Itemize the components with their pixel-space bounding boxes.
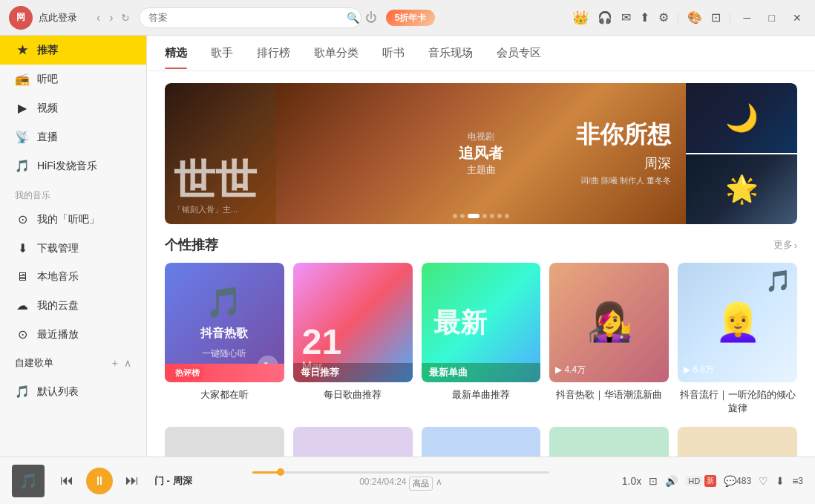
nav-forward-button[interactable]: › [105, 8, 117, 27]
sidebar-item-download[interactable]: ⬇ 下载管理 [0, 234, 146, 263]
main-wrap: ★ 推荐 📻 听吧 ▶ 视频 📡 直播 🎵 HiFi发烧音乐 我的音乐 ⊙ 我的… [0, 36, 815, 456]
bottom-card-3[interactable] [422, 427, 541, 456]
sidebar-item-local[interactable]: 🖥 本地音乐 [0, 263, 146, 291]
mail-icon[interactable]: ✉ [621, 10, 631, 24]
skin-icon[interactable]: 🎨 [687, 10, 702, 24]
player-song-title: 门 - 周深 [154, 474, 243, 488]
power-button[interactable]: ⏻ [365, 11, 377, 24]
prev-button[interactable]: ⏮ [53, 468, 80, 494]
video-icon: ▶ [15, 101, 30, 115]
hifi-button[interactable]: HD 新 [685, 475, 716, 487]
card-douyin-trending[interactable]: 👱‍♀️ 🎵 ▶ 6.8万 抖音流行｜一听沦陷的倾心旋律 [678, 263, 797, 415]
next-button[interactable]: ⏭ [119, 468, 145, 494]
favorite-button[interactable]: ♡ [759, 475, 768, 487]
banner-main[interactable]: 电视剧 追风者 主题曲 非你所想 周深 词/曲 陈曦 制作人 董冬冬 [276, 83, 686, 224]
sidebar-item-live[interactable]: 📡 直播 [0, 122, 146, 151]
play-icon: ▶ [684, 364, 690, 375]
banner-dots [453, 214, 509, 218]
sidebar-item-recent[interactable]: ⊙ 最近播放 [0, 320, 146, 349]
sidebar-item-default-playlist[interactable]: 🎵 默认列表 [0, 377, 146, 406]
separator [678, 12, 678, 24]
comment-icon: 💬 [724, 475, 736, 487]
bottom-card-1[interactable] [165, 427, 284, 456]
section-more-button[interactable]: 更多 › [773, 238, 797, 252]
radio-icon: 📻 [15, 72, 30, 86]
banner-dot-2[interactable] [460, 214, 465, 218]
banner-song-info: 非你所想 周深 词/曲 陈曦 制作人 董冬冬 [576, 120, 671, 186]
vip-icon[interactable]: 👑 [572, 10, 589, 26]
time-current: 00:24 [359, 477, 382, 491]
playlist-icon: 🎵 [15, 384, 30, 399]
content-scroll: 世世 「铭刻入骨」主... 电视剧 追风者 主题曲 [147, 71, 815, 456]
banner-dot-4[interactable] [482, 214, 487, 218]
sidebar-item-cloud[interactable]: ☁ 我的云盘 [0, 291, 146, 320]
toggle-playlist-button[interactable]: ∧ [124, 357, 131, 369]
banner-dot-5[interactable] [490, 214, 494, 218]
card-douyin-popular[interactable]: 👩‍🎤 ▶ 4.4万 抖音热歌｜华语潮流新曲 [549, 263, 669, 415]
play-pause-button[interactable]: ⏸ [86, 468, 113, 494]
headphone-icon[interactable]: 🎧 [598, 10, 612, 24]
circle-icon: ⊙ [15, 212, 30, 226]
screen-button[interactable]: ⊡ [649, 475, 658, 487]
download-button[interactable]: ⬇ [776, 475, 785, 487]
download-icon: ⬇ [776, 475, 785, 487]
search-input[interactable] [139, 7, 361, 28]
banner-side-card-1[interactable]: 🌙 [686, 83, 797, 153]
card-label: 抖音热歌｜华语潮流新曲 [549, 388, 669, 402]
computer-icon: 🖥 [15, 270, 30, 284]
bottom-card-4[interactable] [549, 427, 669, 456]
player-progress[interactable]: 00:24 / 04:24 高品 ∧ [252, 471, 549, 491]
tab-vip[interactable]: 会员专区 [497, 37, 541, 69]
playlist-section-header: 自建歌单 + ∧ [0, 349, 146, 377]
sidebar-item-tingba[interactable]: 📻 听吧 [0, 65, 146, 94]
bottom-card-2[interactable] [293, 427, 413, 456]
refresh-button[interactable]: ↻ [118, 9, 133, 27]
volume-button[interactable]: 🔊 [665, 475, 678, 487]
nav-back-button[interactable]: ‹ [92, 8, 105, 27]
search-button[interactable]: 🔍 [347, 12, 359, 24]
clock-icon: ⊙ [15, 327, 30, 341]
card-douyin-hot[interactable]: 🎵 抖音热歌 一键随心听 ↻ 热评榜 大家都在听 [165, 263, 284, 415]
comment-button[interactable]: 💬 483 [724, 475, 751, 487]
promo-banner[interactable]: 5折年卡 [386, 10, 436, 24]
banner-dot-1[interactable] [453, 214, 457, 218]
bottom-card-5[interactable] [678, 427, 797, 456]
sidebar: ★ 推荐 📻 听吧 ▶ 视频 📡 直播 🎵 HiFi发烧音乐 我的音乐 ⊙ 我的… [0, 36, 147, 456]
daily-badge: 每日推荐 [293, 363, 413, 382]
maximize-button[interactable]: □ [765, 9, 779, 27]
banner-area[interactable]: 世世 「铭刻入骨」主... 电视剧 追风者 主题曲 [165, 83, 797, 224]
banner-left-card[interactable]: 世世 「铭刻入骨」主... [165, 83, 276, 224]
speed-button[interactable]: 1.0x [622, 475, 641, 487]
banner-left-subtext: 「铭刻入骨」主... [174, 204, 238, 215]
settings-icon[interactable]: ⚙ [658, 10, 669, 24]
upload-icon[interactable]: ⬆ [640, 10, 649, 24]
quality-badge[interactable]: 高品 [409, 477, 433, 491]
playlist-button[interactable]: ≡ 3 [792, 475, 803, 487]
tab-live[interactable]: 音乐现场 [428, 37, 473, 69]
card-daily-rec[interactable]: 21 Mar. 每日推荐 每日歌曲推荐 [293, 263, 413, 415]
tab-audiobook[interactable]: 听书 [382, 37, 405, 69]
banner-dot-3[interactable] [468, 214, 479, 218]
tab-artist[interactable]: 歌手 [211, 37, 233, 69]
sidebar-item-my-tingba[interactable]: ⊙ 我的「听吧」 [0, 205, 146, 234]
new-main-text: 最新 [433, 308, 487, 338]
tab-playlists[interactable]: 歌单分类 [314, 37, 359, 69]
progress-handle[interactable] [277, 468, 284, 476]
login-link[interactable]: 点此登录 [39, 11, 77, 24]
close-button[interactable]: ✕ [788, 9, 806, 27]
sidebar-item-hifi[interactable]: 🎵 HiFi发烧音乐 [0, 151, 146, 180]
sidebar-item-video[interactable]: ▶ 视频 [0, 94, 146, 122]
tab-charts[interactable]: 排行榜 [257, 37, 290, 69]
progress-bar[interactable] [252, 471, 549, 474]
miniplayer-icon[interactable]: ⊡ [711, 10, 721, 24]
play-count-badge: ▶ 6.8万 [684, 364, 714, 376]
card-new-singles[interactable]: 最新 最新单曲 最新单曲推荐 [422, 263, 541, 415]
banner-dot-7[interactable] [505, 214, 509, 218]
minimize-button[interactable]: ─ [739, 9, 756, 27]
add-playlist-button[interactable]: + [112, 357, 118, 369]
sidebar-item-recommend[interactable]: ★ 推荐 [0, 36, 146, 65]
tab-featured[interactable]: 精选 [165, 37, 187, 69]
banner-dot-6[interactable] [497, 214, 502, 218]
titlebar-icons: 👑 🎧 ✉ ⬆ ⚙ 🎨 ⊡ ─ □ ✕ [572, 9, 806, 27]
banner-side-card-2[interactable]: 🌟 [686, 154, 797, 224]
